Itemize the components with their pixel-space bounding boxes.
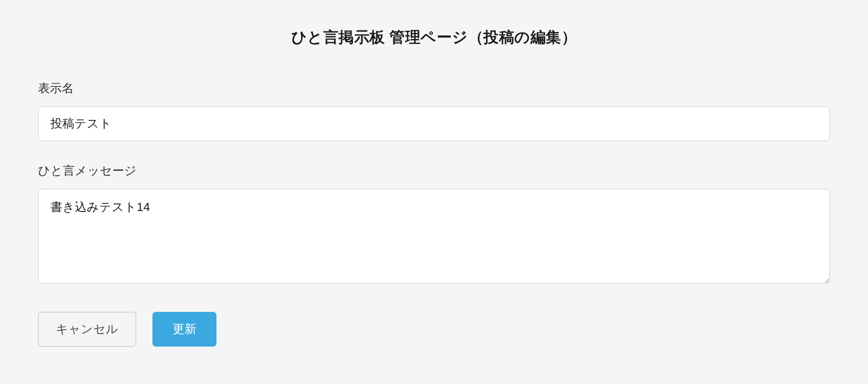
message-label: ひと言メッセージ xyxy=(38,163,830,179)
display-name-input[interactable] xyxy=(38,106,830,141)
message-textarea[interactable] xyxy=(38,189,830,284)
message-group: ひと言メッセージ xyxy=(38,163,830,286)
button-row: キャンセル 更新 xyxy=(38,312,830,347)
page-container: ひと言掲示板 管理ページ（投稿の編集） 表示名 ひと言メッセージ キャンセル 更… xyxy=(38,0,830,347)
page-title: ひと言掲示板 管理ページ（投稿の編集） xyxy=(38,27,830,48)
update-button[interactable]: 更新 xyxy=(152,312,216,347)
display-name-label: 表示名 xyxy=(38,80,830,97)
display-name-group: 表示名 xyxy=(38,80,830,141)
cancel-button[interactable]: キャンセル xyxy=(38,312,136,347)
